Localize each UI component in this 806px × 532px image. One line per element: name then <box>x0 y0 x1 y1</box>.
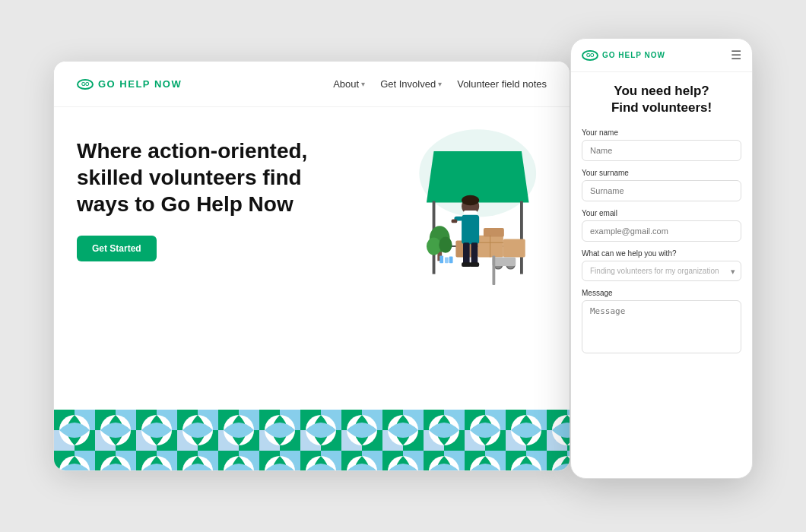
hero-text: Where action-oriented, skilled volunteer… <box>77 138 320 261</box>
svg-rect-21 <box>470 262 480 267</box>
svg-rect-32 <box>492 256 495 285</box>
name-label: Your name <box>582 128 741 137</box>
help-type-select-wrap: Finding volunteers for my organization ▾ <box>582 261 741 281</box>
scene: GO GO HELP NOW About ▾ Get Involved ▾ Vo… <box>53 38 753 494</box>
svg-rect-28 <box>449 257 453 264</box>
svg-rect-31 <box>492 258 516 267</box>
svg-rect-27 <box>445 258 449 264</box>
name-input[interactable] <box>582 140 741 161</box>
mobile-mockup: GO GO HELP NOW ☰ You need help?Find volu… <box>570 38 753 479</box>
nav-about[interactable]: About ▾ <box>333 78 365 90</box>
help-type-label: What can we help you with? <box>582 249 741 258</box>
hero-illustration <box>372 115 554 305</box>
help-type-form-group: What can we help you with? Finding volun… <box>582 249 741 281</box>
form-headline: You need help?Find volunteers! <box>582 83 741 116</box>
svg-point-25 <box>439 237 452 253</box>
pattern-strip <box>54 410 570 470</box>
chevron-down-icon: ▾ <box>438 80 442 88</box>
surname-label: Your surname <box>582 169 741 177</box>
svg-rect-38 <box>54 410 570 470</box>
hamburger-icon[interactable]: ☰ <box>731 48 741 62</box>
svg-rect-7 <box>484 228 504 237</box>
svg-point-24 <box>427 238 441 255</box>
name-form-group: Your name <box>582 128 741 161</box>
svg-rect-17 <box>452 220 458 223</box>
desktop-logo: GO GO HELP NOW <box>77 78 182 90</box>
desktop-nav: GO GO HELP NOW About ▾ Get Involved ▾ Vo… <box>54 62 570 107</box>
surname-input[interactable] <box>582 180 741 201</box>
mobile-logo: GO GO HELP NOW <box>582 50 665 61</box>
desktop-hero: Where action-oriented, skilled volunteer… <box>54 107 570 410</box>
svg-rect-26 <box>439 256 443 264</box>
go-icon: GO <box>77 79 94 90</box>
svg-rect-8 <box>503 239 525 257</box>
mobile-form-content: You need help?Find volunteers! Your name… <box>571 72 752 478</box>
svg-marker-1 <box>427 151 529 202</box>
svg-rect-6 <box>478 236 503 258</box>
nav-field-notes[interactable]: Volunteer field notes <box>457 78 547 90</box>
svg-rect-18 <box>463 242 470 264</box>
message-textarea[interactable] <box>582 300 741 353</box>
mobile-nav: GO GO HELP NOW ☰ <box>571 39 752 72</box>
svg-rect-19 <box>471 242 478 264</box>
mobile-go-icon: GO <box>582 50 598 61</box>
desktop-logo-text: GO HELP NOW <box>98 78 182 90</box>
svg-point-14 <box>462 195 479 205</box>
chevron-down-icon: ▾ <box>361 80 365 88</box>
svg-rect-4 <box>520 201 523 274</box>
get-started-button[interactable]: Get Started <box>77 236 157 261</box>
desktop-mockup: GO GO HELP NOW About ▾ Get Involved ▾ Vo… <box>53 61 570 471</box>
desktop-nav-links: About ▾ Get Involved ▾ Volunteer field n… <box>333 78 547 90</box>
message-form-group: Message <box>582 289 741 356</box>
email-input[interactable] <box>582 220 741 242</box>
mobile-logo-text: GO HELP NOW <box>602 51 665 59</box>
message-label: Message <box>582 289 741 297</box>
hero-heading: Where action-oriented, skilled volunteer… <box>77 138 320 217</box>
surname-form-group: Your surname <box>582 169 741 201</box>
email-label: Your email <box>582 209 741 217</box>
nav-get-involved[interactable]: Get Involved ▾ <box>380 78 442 90</box>
help-type-select[interactable]: Finding volunteers for my organization <box>582 261 741 281</box>
email-form-group: Your email <box>582 209 741 242</box>
svg-rect-15 <box>462 215 479 244</box>
